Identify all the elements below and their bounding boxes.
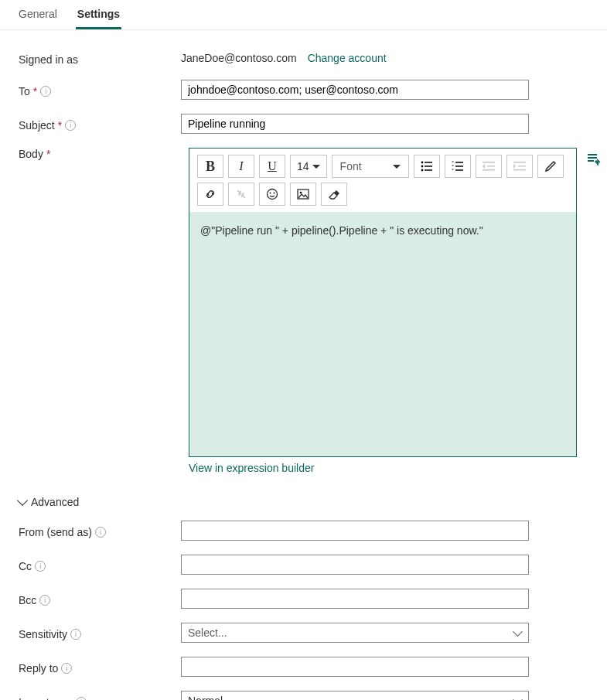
reply-to-field[interactable] <box>181 657 529 677</box>
svg-rect-9 <box>452 162 453 162</box>
signed-in-label: Signed in as <box>19 50 181 66</box>
image-icon <box>297 189 309 200</box>
italic-button[interactable]: I <box>228 155 254 178</box>
font-select[interactable]: Font <box>332 155 409 178</box>
color-picker-button[interactable] <box>537 155 564 178</box>
to-label: To <box>19 85 30 97</box>
advanced-toggle[interactable]: Advanced <box>19 496 79 508</box>
subject-label: Subject <box>19 119 55 131</box>
svg-rect-13 <box>487 166 495 167</box>
svg-rect-3 <box>425 166 432 167</box>
info-icon[interactable]: i <box>95 527 106 538</box>
change-account-link[interactable]: Change account <box>308 52 387 64</box>
tab-bar: General Settings <box>0 0 607 30</box>
editor-content[interactable]: @"Pipeline run " + pipeline().Pipeline +… <box>189 212 576 456</box>
info-icon[interactable]: i <box>61 663 72 674</box>
importance-label: Importance <box>19 696 73 700</box>
eraser-button[interactable] <box>321 183 347 206</box>
font-placeholder: Font <box>340 160 362 172</box>
to-field[interactable] <box>181 80 529 100</box>
outdent-button[interactable] <box>476 155 502 178</box>
svg-rect-6 <box>455 162 463 163</box>
eraser-icon <box>328 189 340 200</box>
indent-icon <box>513 161 526 172</box>
svg-rect-1 <box>425 162 432 163</box>
image-button[interactable] <box>290 183 316 206</box>
svg-rect-11 <box>452 169 453 170</box>
editor-toolbar: B I U 14 Font <box>189 149 576 212</box>
sensitivity-label: Sensitivity <box>19 628 67 640</box>
svg-point-4 <box>421 169 423 172</box>
required-asterisk: * <box>33 85 37 97</box>
svg-point-21 <box>274 193 275 194</box>
emoji-button[interactable] <box>259 183 285 206</box>
emoji-icon <box>266 188 278 200</box>
bold-button[interactable]: B <box>197 155 223 178</box>
body-text: @"Pipeline run " + pipeline().Pipeline +… <box>200 224 483 237</box>
underline-button[interactable]: U <box>259 155 285 178</box>
required-asterisk: * <box>46 148 50 160</box>
bulleted-list-button[interactable] <box>414 155 440 178</box>
cc-label: Cc <box>19 560 32 572</box>
required-asterisk: * <box>58 119 62 131</box>
numbered-list-icon <box>452 161 464 172</box>
svg-point-19 <box>268 190 278 200</box>
from-field[interactable] <box>181 521 529 541</box>
info-icon[interactable]: i <box>39 595 50 606</box>
pencil-icon <box>544 160 557 172</box>
dynamic-content-icon <box>586 152 602 166</box>
bcc-field[interactable] <box>181 589 529 609</box>
bulleted-list-icon <box>421 161 433 172</box>
view-expression-link[interactable]: View in expression builder <box>189 462 577 474</box>
info-icon[interactable]: i <box>70 629 81 640</box>
link-button[interactable] <box>197 183 223 206</box>
svg-point-23 <box>300 192 302 194</box>
numbered-list-button[interactable] <box>445 155 471 178</box>
svg-rect-16 <box>518 166 526 167</box>
info-icon[interactable]: i <box>76 697 87 700</box>
from-label: From (send as) <box>19 526 92 538</box>
subject-field[interactable] <box>181 114 529 134</box>
unlink-icon <box>235 188 247 200</box>
svg-rect-5 <box>425 169 432 171</box>
svg-rect-10 <box>452 166 453 166</box>
unlink-button[interactable] <box>228 183 254 206</box>
info-icon[interactable]: i <box>35 561 46 572</box>
svg-rect-8 <box>455 169 463 171</box>
chevron-down-icon <box>17 495 28 506</box>
advanced-label: Advanced <box>31 496 79 508</box>
fontsize-value: 14 <box>297 160 309 172</box>
svg-rect-15 <box>513 162 526 163</box>
svg-point-0 <box>421 162 423 164</box>
svg-point-2 <box>421 166 423 168</box>
cc-field[interactable] <box>181 555 529 575</box>
bcc-label: Bcc <box>19 594 36 606</box>
outdent-icon <box>483 161 495 172</box>
body-editor: B I U 14 Font <box>189 148 577 457</box>
svg-rect-7 <box>455 166 463 167</box>
body-label: Body <box>19 148 43 160</box>
svg-point-20 <box>270 193 271 194</box>
indent-button[interactable] <box>506 155 533 178</box>
settings-panel: Signed in as JaneDoe@contoso.com Change … <box>0 30 607 700</box>
caret-icon <box>393 165 401 169</box>
tab-general[interactable]: General <box>17 8 59 29</box>
fontsize-select[interactable]: 14 <box>290 155 327 178</box>
svg-rect-17 <box>513 169 526 171</box>
reply-to-label: Reply to <box>19 662 58 674</box>
tab-settings[interactable]: Settings <box>76 8 121 29</box>
info-icon[interactable]: i <box>40 86 51 97</box>
svg-rect-14 <box>483 169 495 171</box>
signed-in-email: JaneDoe@contoso.com <box>181 52 297 64</box>
link-icon <box>204 188 217 200</box>
svg-rect-12 <box>483 162 495 163</box>
sensitivity-select[interactable]: Select... <box>181 623 529 643</box>
info-icon[interactable]: i <box>65 120 76 131</box>
importance-select[interactable]: Normal <box>181 691 529 700</box>
caret-icon <box>312 165 320 169</box>
dynamic-content-button[interactable] <box>585 152 603 168</box>
